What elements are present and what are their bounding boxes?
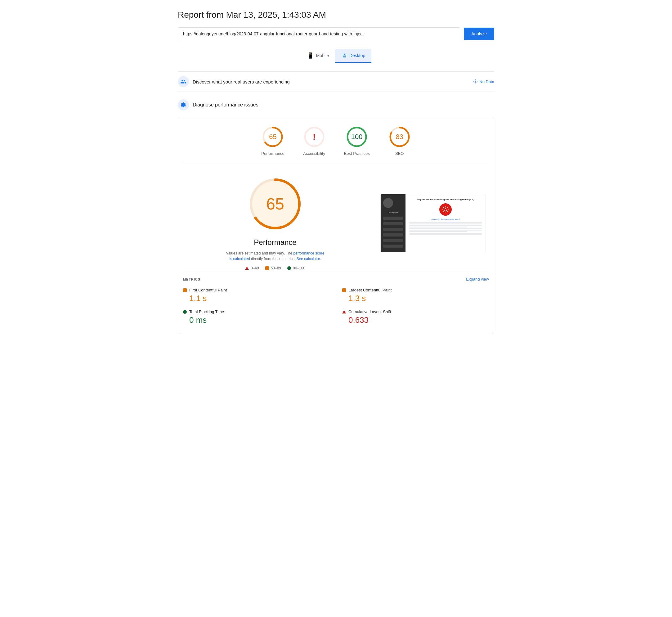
users-icon <box>180 78 187 85</box>
lcp-value: 1.3 s <box>342 293 489 303</box>
preview-subtitle: Angular 14 functional router guard <box>409 218 482 220</box>
tab-desktop-label: Desktop <box>349 53 365 58</box>
tbt-indicator <box>183 310 187 314</box>
discover-text: Discover what your real users are experi… <box>193 79 290 84</box>
note-middle: directly from these metrics. <box>251 257 295 261</box>
legend-square-icon <box>265 266 269 270</box>
big-performance-circle: 65 <box>247 176 303 232</box>
divider <box>183 162 489 162</box>
tab-desktop[interactable]: 🖥 Desktop <box>335 49 371 63</box>
preview-menu-1 <box>383 217 403 220</box>
metrics-grid: First Contentful Paint 1.1 s Largest Con… <box>183 285 489 328</box>
url-bar: Analyze <box>178 27 494 40</box>
preview-content-title: Angular functional router guard and test… <box>409 198 482 201</box>
accessibility-value: ! <box>313 132 316 142</box>
text-line-8 <box>409 233 482 234</box>
legend-good: 90–100 <box>287 266 305 270</box>
score-performance[interactable]: 65 Performance <box>261 126 284 156</box>
seo-label: SEO <box>395 151 404 156</box>
discover-bar: Discover what your real users are experi… <box>178 71 494 92</box>
preview-content: Angular functional router guard and test… <box>405 194 485 252</box>
webpage-preview: Dale Nguyen Angular functional router gu… <box>381 194 485 252</box>
metric-fcp-header: First Contentful Paint <box>183 288 330 292</box>
legend-medium: 50–89 <box>265 266 281 270</box>
analyze-button[interactable]: Analyze <box>464 28 494 40</box>
cls-value: 0.633 <box>342 315 489 325</box>
screenshot-card: Dale Nguyen Angular functional router gu… <box>380 194 486 252</box>
cls-name: Cumulative Layout Shift <box>348 310 391 314</box>
metric-cls: Cumulative Layout Shift 0.633 <box>342 310 489 325</box>
best-practices-value: 100 <box>351 133 363 141</box>
metric-tbt-header: Total Blocking Time <box>183 310 330 314</box>
text-line-2 <box>409 223 482 224</box>
accessibility-label: Accessibility <box>303 151 325 156</box>
tab-mobile[interactable]: 📱 Mobile <box>301 49 335 63</box>
performance-note: Values are estimated and may vary. The p… <box>226 250 325 262</box>
lcp-name: Largest Contentful Paint <box>348 288 391 292</box>
legend-triangle-icon <box>245 267 249 270</box>
seo-circle: 83 <box>388 126 411 148</box>
lcp-indicator <box>342 288 346 292</box>
note-start: Values are estimated and may vary. The <box>226 251 292 255</box>
text-line-1 <box>409 222 482 223</box>
performance-section-title: Performance <box>254 238 296 247</box>
text-line-5 <box>409 228 482 229</box>
preview-menu-2 <box>383 222 403 225</box>
preview-sidebar: Dale Nguyen <box>381 194 405 252</box>
scores-card: 65 Performance ! Accessibility <box>178 117 494 334</box>
tab-mobile-label: Mobile <box>316 53 329 58</box>
performance-circle: 65 <box>262 126 284 148</box>
tbt-value: 0 ms <box>183 315 330 325</box>
metrics-label: METRICS <box>183 277 201 281</box>
mobile-icon: 📱 <box>307 52 314 59</box>
legend-bad-label: 0–49 <box>251 266 259 270</box>
expand-view-button[interactable]: Expand view <box>466 277 489 281</box>
no-data-label: No Data <box>479 79 494 84</box>
performance-detail: 65 Performance Values are estimated and … <box>183 169 489 270</box>
text-line-3 <box>409 225 482 226</box>
big-performance-score: 65 <box>266 195 284 213</box>
legend-good-label: 90–100 <box>293 266 305 270</box>
scores-row: 65 Performance ! Accessibility <box>183 126 489 156</box>
discover-icon <box>178 76 189 87</box>
legend-medium-label: 50–89 <box>271 266 281 270</box>
text-line-7 <box>409 231 467 232</box>
info-icon: ⓘ <box>473 79 477 84</box>
score-seo[interactable]: 83 SEO <box>388 126 411 156</box>
text-line-6 <box>409 230 482 231</box>
desktop-icon: 🖥 <box>341 52 347 59</box>
gear-icon <box>180 102 187 108</box>
metric-tbt: Total Blocking Time 0 ms <box>183 310 330 325</box>
accessibility-circle: ! <box>303 126 325 148</box>
diagnose-icon <box>178 99 189 111</box>
legend-row: 0–49 50–89 90–100 <box>245 266 305 270</box>
diagnose-header: Diagnose performance issues <box>178 99 494 111</box>
cls-indicator <box>342 310 346 314</box>
metric-lcp-header: Largest Contentful Paint <box>342 288 489 292</box>
performance-label: Performance <box>261 151 284 156</box>
preview-menu-5 <box>383 239 403 242</box>
preview-menu-6 <box>383 245 403 248</box>
performance-left: 65 Performance Values are estimated and … <box>183 176 367 270</box>
metrics-section: METRICS Expand view First Contentful Pai… <box>183 273 489 328</box>
metric-cls-header: Cumulative Layout Shift <box>342 310 489 314</box>
fcp-value: 1.1 s <box>183 293 330 303</box>
score-best-practices[interactable]: 100 Best Practices <box>344 126 370 156</box>
no-data-badge[interactable]: ⓘ No Data <box>473 79 494 84</box>
calculator-link[interactable]: See calculator. <box>297 257 321 261</box>
metric-fcp: First Contentful Paint 1.1 s <box>183 288 330 303</box>
preview-name: Dale Nguyen <box>383 212 403 214</box>
metric-lcp: Largest Contentful Paint 1.3 s <box>342 288 489 303</box>
diagnose-section: Diagnose performance issues 65 Performan… <box>178 99 494 334</box>
seo-value: 83 <box>396 133 403 141</box>
angular-logo: Ⓐ <box>439 203 452 216</box>
preview-avatar <box>383 198 393 208</box>
preview-menu-4 <box>383 233 403 236</box>
best-practices-label: Best Practices <box>344 151 370 156</box>
text-line-4 <box>409 227 467 227</box>
preview-menu-3 <box>383 228 403 231</box>
score-accessibility[interactable]: ! Accessibility <box>303 126 325 156</box>
tbt-name: Total Blocking Time <box>189 310 224 314</box>
fcp-indicator <box>183 288 187 292</box>
url-input[interactable] <box>178 27 460 40</box>
